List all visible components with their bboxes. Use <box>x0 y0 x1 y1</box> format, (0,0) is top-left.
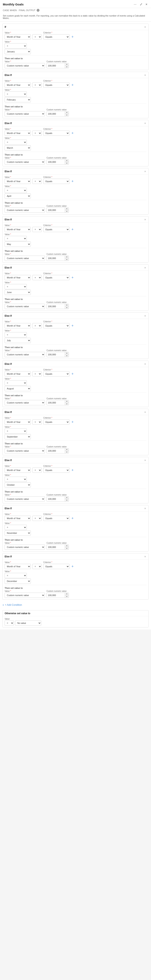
elseif-8-value-select[interactable]: Month of Year <box>5 371 31 377</box>
dots-menu-button[interactable]: ··· <box>133 2 137 6</box>
elseif-6-month-select[interactable]: JanuaryFebruaryMarchAprilMayJuneJulyAugu… <box>5 290 31 295</box>
elseif-2-val2-mod[interactable]: = <box>5 91 27 97</box>
then-6-numeric-input[interactable] <box>47 304 65 309</box>
elseif-4-mod-select[interactable]: = <box>32 179 42 184</box>
elseif-10-mod-select[interactable]: = <box>32 468 42 473</box>
then-2-value-select[interactable]: Custom numeric value <box>5 111 45 116</box>
then-4-spin-up[interactable]: ▲ <box>65 207 69 210</box>
if-criterion-select[interactable]: Equals Does not equal Contains Does not … <box>43 34 70 40</box>
elseif-10-value-select[interactable]: Month of Year <box>5 468 31 473</box>
close-elseif-7-button[interactable]: × <box>144 314 146 317</box>
elseif-3-criterion-select[interactable]: Equals <box>43 130 70 136</box>
elseif-8-mod-select[interactable]: = <box>32 371 42 377</box>
then-4-value-select[interactable]: Custom numeric value <box>5 207 45 213</box>
add-row-8-button[interactable]: + <box>71 372 74 376</box>
elseif-4-val2-mod[interactable]: = <box>5 188 27 193</box>
then-3-numeric-input[interactable] <box>47 159 65 164</box>
elseif-5-criterion-select[interactable]: Equals <box>43 227 70 232</box>
then-9-spin-up[interactable]: ▲ <box>65 448 69 451</box>
then-10-spin-up[interactable]: ▲ <box>65 496 69 499</box>
close-elseif-5-button[interactable]: × <box>144 218 146 221</box>
add-row-12-button[interactable]: + <box>71 565 74 569</box>
then-3-spin-up[interactable]: ▲ <box>65 159 69 162</box>
then-8-numeric-input[interactable] <box>47 400 65 405</box>
elseif-7-value-select[interactable]: Month of Year <box>5 323 31 328</box>
if-modifier-select[interactable]: =≠<> <box>32 34 42 40</box>
elseif-7-val2-mod[interactable]: = <box>5 332 27 337</box>
then-3-value-select[interactable]: Custom numeric value <box>5 159 45 165</box>
if-then-numeric-input[interactable] <box>47 63 65 68</box>
elseif-7-criterion-select[interactable]: Equals <box>43 323 70 328</box>
then-11-numeric-input[interactable] <box>47 545 65 549</box>
if-value2-select[interactable]: = <box>5 43 27 49</box>
expand-button[interactable]: ⤢ <box>139 2 143 6</box>
close-elseif-2-button[interactable]: × <box>144 73 146 77</box>
then-2-numeric-input[interactable] <box>47 111 65 116</box>
elseif-3-val2-mod[interactable]: = <box>5 140 27 145</box>
add-row-3-button[interactable]: + <box>71 131 74 135</box>
elseif-6-criterion-select[interactable]: Equals <box>43 275 70 280</box>
elseif-2-value-select[interactable]: Month of Year <box>5 83 31 88</box>
if-then-spin-up[interactable]: ▲ <box>65 63 69 66</box>
then-12-numeric-input[interactable] <box>47 593 65 598</box>
close-elseif-8-button[interactable]: × <box>144 363 146 366</box>
then-7-numeric-input[interactable] <box>47 352 65 357</box>
elseif-11-criterion-select[interactable]: Equals <box>43 516 70 521</box>
then-4-numeric-input[interactable] <box>47 208 65 213</box>
elseif-4-criterion-select[interactable]: Equals <box>43 179 70 184</box>
elseif-12-criterion-select[interactable]: Equals <box>43 564 70 569</box>
then-3-spin-down[interactable]: ▼ <box>65 162 69 165</box>
elseif-9-month-select[interactable]: JanuaryFebruaryMarchAprilMayJuneJulyAugu… <box>5 434 31 439</box>
add-row-2-button[interactable]: + <box>71 83 74 87</box>
close-if-button[interactable]: × <box>144 25 146 29</box>
if-month-select[interactable]: JanuaryFebruaryMarchAprilMayJuneJulyAugu… <box>5 49 31 54</box>
elseif-9-val2-mod[interactable]: = <box>5 428 27 434</box>
then-2-spin-down[interactable]: ▼ <box>65 114 69 116</box>
then-5-spin-up[interactable]: ▲ <box>65 256 69 258</box>
info-icon[interactable]: i <box>37 9 40 12</box>
elseif-9-criterion-select[interactable]: Equals <box>43 419 70 425</box>
elseif-10-val2-mod[interactable]: = <box>5 477 27 482</box>
then-12-spin-down[interactable]: ▼ <box>65 595 69 598</box>
elseif-5-val2-mod[interactable]: = <box>5 236 27 241</box>
add-row-7-button[interactable]: + <box>71 324 74 328</box>
elseif-7-month-select[interactable]: JanuaryFebruaryMarchAprilMayJuneJulyAugu… <box>5 338 31 343</box>
elseif-6-value-select[interactable]: Month of Year <box>5 275 31 280</box>
close-elseif-4-button[interactable]: × <box>144 170 146 173</box>
elseif-6-mod-select[interactable]: = <box>32 275 42 280</box>
add-condition-button[interactable]: + + Add Condition <box>2 602 22 608</box>
close-elseif-10-button[interactable]: × <box>144 459 146 462</box>
then-8-spin-down[interactable]: ▼ <box>65 402 69 405</box>
elseif-9-value-select[interactable]: Month of Year <box>5 419 31 425</box>
elseif-5-mod-select[interactable]: = <box>32 227 42 232</box>
then-10-spin-down[interactable]: ▼ <box>65 499 69 501</box>
close-button[interactable]: × <box>145 2 148 6</box>
otherwise-mod-select[interactable]: = <box>5 620 14 626</box>
add-row-5-button[interactable]: + <box>71 228 74 232</box>
elseif-10-criterion-select[interactable]: Equals <box>43 468 70 473</box>
elseif-5-month-select[interactable]: JanuaryFebruaryMarchAprilMayJuneJulyAugu… <box>5 242 31 247</box>
elseif-8-month-select[interactable]: JanuaryFebruaryMarchAprilMayJuneJulyAugu… <box>5 386 31 391</box>
then-12-spin-up[interactable]: ▲ <box>65 593 69 595</box>
if-value-select[interactable]: Month of Year Day of Week Hour of Day Qu… <box>5 34 31 40</box>
if-then-value-select[interactable]: Custom numeric value No value Static num… <box>5 63 45 68</box>
add-row-9-button[interactable]: + <box>71 420 74 424</box>
elseif-10-month-select[interactable]: JanuaryFebruaryMarchAprilMayJuneJulyAugu… <box>5 482 31 487</box>
then-8-spin-up[interactable]: ▲ <box>65 400 69 402</box>
then-9-spin-down[interactable]: ▼ <box>65 451 69 453</box>
add-row-11-button[interactable]: + <box>71 516 74 520</box>
if-then-spin-down[interactable]: ▼ <box>65 66 69 68</box>
elseif-11-mod-select[interactable]: = <box>32 516 42 521</box>
add-row-if-button[interactable]: + <box>71 35 74 39</box>
elseif-11-month-select[interactable]: JanuaryFebruaryMarchAprilMayJuneJulyAugu… <box>5 530 31 536</box>
otherwise-value-select[interactable]: No value Custom numeric value Static num… <box>15 620 41 626</box>
then-11-spin-down[interactable]: ▼ <box>65 547 69 550</box>
close-elseif-11-button[interactable]: × <box>144 507 146 510</box>
elseif-3-month-select[interactable]: JanuaryFebruaryMarchAprilMayJuneJulyAugu… <box>5 145 31 151</box>
add-row-6-button[interactable]: + <box>71 275 74 280</box>
elseif-4-month-select[interactable]: JanuaryFebruaryMarchAprilMayJuneJulyAugu… <box>5 193 31 199</box>
add-row-4-button[interactable]: + <box>71 179 74 183</box>
then-5-spin-down[interactable]: ▼ <box>65 258 69 261</box>
elseif-3-mod-select[interactable]: = <box>32 130 42 136</box>
elseif-2-mod-select[interactable]: = <box>32 83 42 88</box>
